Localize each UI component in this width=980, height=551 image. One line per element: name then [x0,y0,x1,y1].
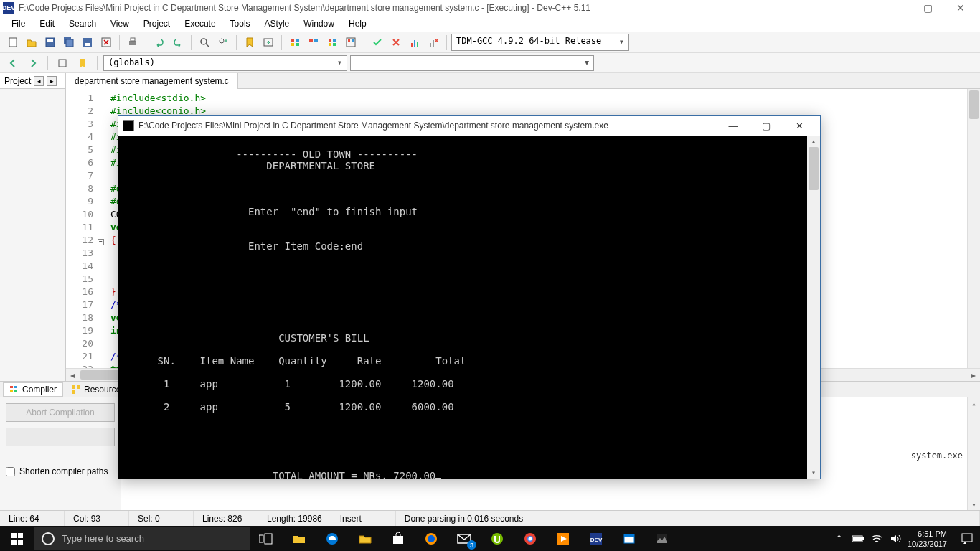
battery-icon[interactable] [852,532,864,545]
back-nav-icon[interactable] [4,55,22,72]
svg-rect-39 [72,390,75,394]
debug-stop-icon[interactable] [387,34,405,51]
utorrent-icon[interactable] [481,526,514,551]
console-close-button[interactable]: ✕ [783,116,816,136]
taskbar-search[interactable]: Type here to search [34,527,250,550]
svg-rect-2 [47,39,53,42]
status-lines: Lines: 826 [194,511,258,526]
taskbar-clock[interactable]: 6:51 PM 10/23/2017 [908,529,947,549]
minimize-button[interactable]: — [878,0,911,16]
redo-icon[interactable] [169,34,187,51]
bookmark2-icon[interactable] [74,55,91,72]
shorten-paths-checkbox[interactable]: Shorten compiler paths [6,466,115,476]
compile-icon[interactable] [286,34,303,51]
menubar: File Edit Search View Project Execute To… [0,16,980,32]
menu-project[interactable]: Project [138,17,176,30]
console-maximize-button[interactable]: ▢ [750,116,783,136]
file-explorer-icon[interactable] [283,526,316,551]
bookmark-icon[interactable] [241,34,258,51]
volume-icon[interactable] [889,532,902,545]
save-as-icon[interactable] [79,34,96,51]
wifi-icon[interactable] [870,532,883,545]
edge-icon[interactable] [316,526,349,551]
toolbar-globals: (globals) [0,53,980,73]
undo-icon[interactable] [151,34,168,51]
find-icon[interactable] [196,34,213,51]
compile-run-icon[interactable] [324,34,341,51]
svg-point-10 [201,39,207,44]
mail-icon[interactable]: 3 [448,526,481,551]
status-sel: Sel: 0 [129,511,194,526]
save-icon[interactable] [42,34,59,51]
menu-execute[interactable]: Execute [179,17,221,30]
svg-point-12 [220,39,224,43]
media-player-icon[interactable] [547,526,580,551]
shorten-paths-input[interactable] [6,467,15,476]
save-all-icon[interactable] [60,34,77,51]
log-scrollbar[interactable]: ▴▾ [967,397,980,510]
menu-view[interactable]: View [105,17,135,30]
firefox-icon[interactable] [415,526,448,551]
editor-vscrollbar[interactable] [967,89,980,368]
members-select[interactable] [350,55,594,71]
console-output[interactable]: ---------- OLD TOWN ---------- DEPARTMEN… [118,136,820,479]
menu-edit[interactable]: Edit [34,17,60,30]
window-title: F:\Code Projects Files\Mini Project in C… [19,3,878,13]
print-icon[interactable] [124,34,141,51]
open-file-icon[interactable] [23,34,40,51]
compiler-tab-label: Compiler [22,385,57,395]
svg-rect-30 [430,43,431,47]
forward-nav-icon[interactable] [24,55,42,72]
insert-icon[interactable] [54,55,71,72]
devcpp-taskbar-icon[interactable]: DEV [580,526,613,551]
svg-rect-63 [853,537,862,541]
tab-prev-icon[interactable]: ◂ [34,76,44,86]
new-file-icon[interactable] [4,34,22,51]
close-file-icon[interactable] [98,34,115,51]
store-icon[interactable] [382,526,415,551]
svg-rect-31 [433,40,434,47]
svg-rect-28 [414,40,415,47]
start-button[interactable] [0,526,34,551]
rebuild-icon[interactable] [342,34,359,51]
close-button[interactable]: ✕ [944,0,977,16]
resources-tab-icon [71,385,81,395]
menu-file[interactable]: File [6,17,31,30]
task-view-icon[interactable] [250,526,283,551]
folder-icon[interactable] [349,526,382,551]
project-tab[interactable]: Project ◂ ▸ [0,73,65,89]
running-app-icon[interactable] [613,526,646,551]
run-icon[interactable] [305,34,322,51]
goto-icon[interactable] [260,34,277,51]
line-gutter: 1234567891011121314151617181920212223242… [66,89,98,368]
menu-help[interactable]: Help [343,17,372,30]
debug-check-icon[interactable] [369,34,386,51]
status-mode: Insert [331,511,396,526]
chrome-icon[interactable] [514,526,547,551]
compiler-select[interactable]: TDM-GCC 4.9.2 64-bit Release [451,34,629,51]
console-titlebar[interactable]: F:\Code Projects Files\Mini Project in C… [118,116,820,136]
svg-rect-42 [11,540,17,545]
maximize-button[interactable]: ▢ [911,0,944,16]
tab-compiler[interactable]: Compiler [3,382,63,397]
photos-icon[interactable] [646,526,679,551]
console-minimize-button[interactable]: — [717,116,750,136]
globals-select[interactable]: (globals) [103,55,347,71]
replace-icon[interactable] [215,34,232,51]
profile-icon[interactable] [406,34,423,51]
delete-profile-icon[interactable] [425,34,442,51]
menu-search[interactable]: Search [63,17,102,30]
svg-rect-27 [411,43,413,47]
svg-rect-45 [265,534,272,544]
menu-tools[interactable]: Tools [225,17,256,30]
console-scrollbar[interactable]: ▴▾ [807,136,820,479]
svg-rect-14 [291,39,294,42]
file-tab-active[interactable]: department store management system.c [66,73,238,89]
tab-next-icon[interactable]: ▸ [47,76,57,86]
menu-window[interactable]: Window [298,17,340,30]
abort-compile-button[interactable]: Abort Compilation [6,403,115,422]
svg-rect-36 [14,390,17,392]
menu-astyle[interactable]: AStyle [259,17,296,30]
tray-chevron-icon[interactable]: ⌃ [833,532,846,545]
action-center-icon[interactable] [954,526,980,551]
